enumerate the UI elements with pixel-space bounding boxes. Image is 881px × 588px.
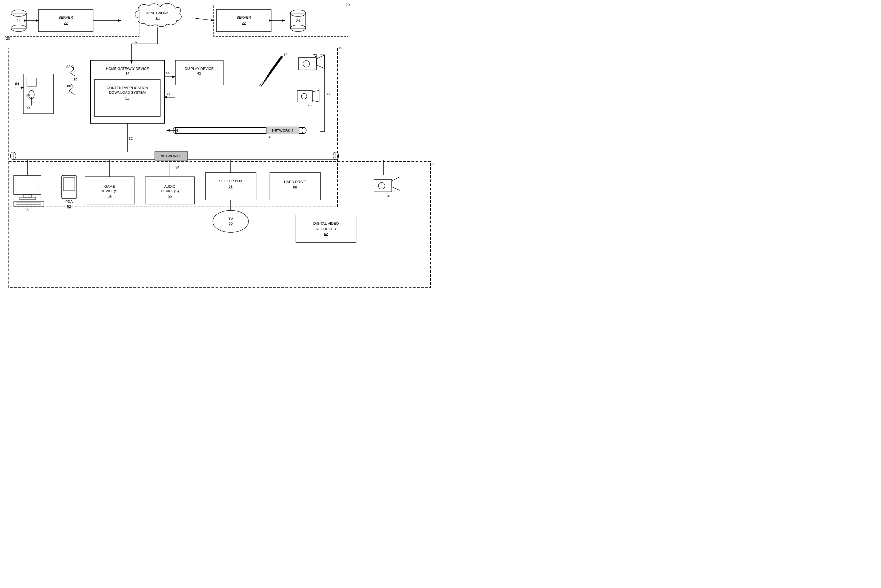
ref-90: 90 xyxy=(26,106,30,110)
audio-devices-label1: AUDIO xyxy=(164,184,175,189)
svg-marker-85 xyxy=(392,177,400,190)
svg-text:76: 76 xyxy=(308,103,312,107)
server-right-label: SERVER xyxy=(237,15,251,20)
camera-76: 76 xyxy=(297,90,319,107)
pda-label: PDA xyxy=(66,200,73,204)
camera-64: 64 xyxy=(374,177,400,198)
svg-rect-63 xyxy=(14,201,44,206)
ip-network: IP NETWORK 18 xyxy=(135,3,181,27)
svg-rect-68 xyxy=(61,176,77,199)
group-12-id: 12 xyxy=(338,46,342,50)
group-left-id: 20 xyxy=(6,36,10,40)
game-devices-label1: GAME xyxy=(104,184,115,189)
svg-text:24: 24 xyxy=(296,19,300,23)
camera-72: 72 xyxy=(298,53,325,70)
set-top-box-label1: SET TOP BOX xyxy=(219,179,243,183)
ref-80: 80 xyxy=(73,78,77,82)
audio-devices-id: 56 xyxy=(168,194,172,198)
svg-rect-59 xyxy=(14,176,41,195)
svg-rect-84 xyxy=(374,180,392,192)
ip-network-id: 18 xyxy=(156,16,159,20)
dvr-label2: RECORDER xyxy=(316,227,336,231)
pda-52: PDA 52 xyxy=(61,176,77,208)
content-app-id: 92 xyxy=(126,96,129,100)
dvr-id: 62 xyxy=(324,232,328,236)
game-devices-id: 54 xyxy=(108,194,111,198)
network2-label: NETWORK-2 xyxy=(272,129,294,133)
content-app-label1: CONTENT/APPLICATION xyxy=(106,86,148,90)
svg-text:72: 72 xyxy=(313,53,317,57)
svg-rect-6 xyxy=(38,10,93,32)
ref-40: 40 xyxy=(268,135,272,139)
tv-id: 60 xyxy=(229,221,232,225)
audio-devices-label2: DEVICE(S) xyxy=(161,189,179,193)
svg-rect-33 xyxy=(298,57,316,70)
svg-rect-60 xyxy=(16,177,39,192)
svg-point-35 xyxy=(303,60,310,67)
ref-32: 32 xyxy=(129,136,133,141)
svg-text:74: 74 xyxy=(283,52,288,57)
server-left-label: SERVER xyxy=(58,15,73,20)
antenna-74: 74 xyxy=(260,52,288,86)
ref-44: 44 xyxy=(166,71,169,75)
svg-rect-11 xyxy=(216,10,271,32)
pda-id: 52 xyxy=(67,204,71,208)
ref-16: 16 xyxy=(133,40,137,44)
ref-86: 86 xyxy=(67,84,71,88)
svg-marker-38 xyxy=(312,90,319,102)
ref-82: 82 xyxy=(66,64,70,69)
svg-text:64: 64 xyxy=(386,194,390,198)
ip-network-label: IP NETWORK xyxy=(146,11,169,15)
computer-50: 50 xyxy=(14,176,44,211)
group-right-id: 20 xyxy=(346,3,349,7)
dvr-label1: DIGITAL VIDEO xyxy=(313,221,339,225)
ref-38: 38 xyxy=(166,91,171,95)
svg-line-9 xyxy=(192,18,214,21)
set-top-box-id: 58 xyxy=(229,184,232,189)
hard-drive-label1: HARD DRIVE xyxy=(284,180,306,184)
tv-label: TV xyxy=(228,217,233,221)
svg-point-86 xyxy=(378,183,385,189)
ref-36: 36 xyxy=(327,91,330,95)
display-device-id: 42 xyxy=(197,71,201,75)
server-right-id: 22 xyxy=(242,21,246,25)
ref-34: 34 xyxy=(175,165,179,170)
svg-rect-29 xyxy=(27,78,36,86)
network-diagram: 24 SERVER 22 20 IP NETWORK 18 SERVER 22 … xyxy=(0,0,440,294)
game-devices-label2: DEVICE(S) xyxy=(100,189,118,193)
svg-rect-69 xyxy=(64,177,75,191)
ref-84: 84 xyxy=(15,82,19,86)
svg-rect-62 xyxy=(19,197,36,200)
content-app-label2: DOWNLOAD SYSTEM xyxy=(109,90,146,94)
display-device-label1: DISPLAY DEVICE xyxy=(185,67,214,71)
network1-label: NETWORK-1 xyxy=(160,154,182,158)
svg-text:50: 50 xyxy=(25,207,29,211)
svg-text:24: 24 xyxy=(17,19,21,23)
svg-rect-61 xyxy=(23,195,31,197)
svg-line-42 xyxy=(260,59,277,86)
hard-drive-id: 66 xyxy=(293,185,297,189)
home-gateway-label1: HOME GATEWAY DEVICE xyxy=(106,67,149,71)
svg-rect-37 xyxy=(297,90,312,102)
group-30-id: 30 xyxy=(432,161,435,165)
server-left-id: 22 xyxy=(64,21,67,25)
home-gateway-id: 14 xyxy=(126,71,129,75)
svg-point-39 xyxy=(301,93,307,99)
svg-marker-34 xyxy=(316,55,325,69)
